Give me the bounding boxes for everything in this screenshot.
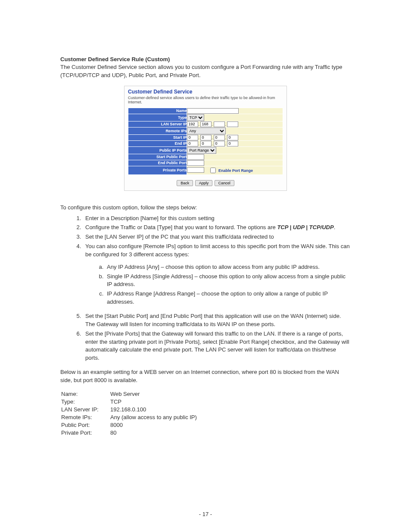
lan-ip-3[interactable] — [214, 121, 225, 127]
type-select[interactable]: TCP — [187, 114, 204, 121]
step-4-sublist: Any IP Address [Any] – choose this optio… — [85, 263, 351, 306]
end-ip-4[interactable] — [227, 141, 238, 146]
example-private-value: 80 — [110, 429, 199, 436]
enable-port-range-checkbox[interactable] — [210, 168, 216, 173]
screenshot-description: Customer-defined service allows users to… — [128, 96, 283, 104]
example-private-label: Private Port: — [61, 429, 109, 436]
label-end-ip: End IP — [128, 140, 187, 146]
remote-ips-select[interactable]: Any — [187, 128, 226, 134]
label-lan-server-ip: LAN Server IP — [128, 121, 187, 127]
step-4a: Any IP Address [Any] – choose this optio… — [105, 263, 351, 271]
lan-ip-4[interactable] — [227, 121, 238, 127]
configure-intro: To configure this custom option, follow … — [60, 204, 351, 212]
start-ip-3[interactable] — [214, 135, 225, 140]
start-ip-1[interactable] — [187, 135, 198, 140]
example-type-label: Type: — [61, 398, 109, 405]
example-public-value: 8000 — [110, 422, 199, 429]
end-ip-1[interactable] — [187, 141, 198, 146]
example-name-label: Name: — [61, 391, 109, 398]
label-private-ports: Private Ports — [128, 166, 187, 174]
example-type-value: TCP — [110, 398, 199, 405]
start-ip-4[interactable] — [227, 135, 238, 140]
step-5: Set the [Start Public Port] and [End Pub… — [83, 312, 351, 329]
step-2: Configure the Traffic or Data [Type] tha… — [83, 224, 351, 232]
example-lan-label: LAN Server IP: — [61, 406, 109, 413]
public-ip-ports-select[interactable]: Port Range — [187, 147, 216, 154]
end-public-port-input[interactable] — [187, 160, 204, 166]
label-start-ip: Start IP — [128, 134, 187, 140]
end-ip-3[interactable] — [214, 141, 225, 146]
config-screenshot: Customer Defined Service Customer-define… — [124, 86, 287, 191]
cancel-button[interactable]: Cancel — [215, 180, 234, 186]
example-remote-label: Remote IPs: — [61, 414, 109, 421]
start-public-port-input[interactable] — [187, 154, 204, 160]
label-start-public-port: Start Public Port — [128, 154, 187, 160]
section-heading: Customer Defined Service Rule (Custom) — [60, 56, 351, 62]
name-input[interactable] — [187, 108, 239, 114]
page-number: - 17 - — [0, 511, 411, 517]
apply-button[interactable]: Apply — [195, 180, 213, 186]
example-table: Name:Web Server Type:TCP LAN Server IP:1… — [60, 390, 199, 437]
step-4b: Single IP Address [Single Address] – cho… — [105, 273, 351, 289]
label-type: Type — [128, 114, 187, 121]
intro-paragraph: The Customer Defined Service section all… — [60, 63, 351, 80]
step-4c: IP Address Range [Address Range] – choos… — [105, 290, 351, 306]
label-name: Name — [128, 108, 187, 114]
step-4: You can also configure [Remote IPs] opti… — [83, 243, 351, 306]
step-6: Set the [Private Ports] that the Gateway… — [83, 330, 351, 362]
start-ip-2[interactable] — [200, 135, 212, 140]
label-end-public-port: End Public Port — [128, 160, 187, 166]
enable-port-range-label: Enable Port Range — [218, 168, 253, 172]
label-public-ip-ports: Public IP Ports — [128, 146, 187, 154]
step-1: Enter in a Description [Name] for this c… — [83, 215, 351, 223]
lan-ip-1[interactable] — [187, 121, 198, 127]
private-ports-input[interactable] — [187, 167, 204, 173]
steps-list: Enter in a Description [Name] for this c… — [60, 215, 351, 363]
step-3: Set the [LAN Server IP] of the PC that y… — [83, 233, 351, 241]
example-name-value: Web Server — [110, 391, 199, 398]
lan-ip-2[interactable] — [200, 121, 212, 127]
screenshot-title: Customer Defined Service — [128, 89, 283, 95]
label-remote-ips: Remote IPs — [128, 127, 187, 134]
end-ip-2[interactable] — [200, 141, 212, 146]
example-remote-value: Any (allow access to any public IP) — [110, 414, 199, 421]
config-form-table: Name Type TCP LAN Server IP . . . — [128, 108, 283, 175]
example-public-label: Public Port: — [61, 422, 109, 429]
example-lan-value: 192.168.0.100 — [110, 406, 199, 413]
example-intro: Below is an example setting for a WEB se… — [60, 368, 351, 385]
back-button[interactable]: Back — [177, 180, 193, 186]
